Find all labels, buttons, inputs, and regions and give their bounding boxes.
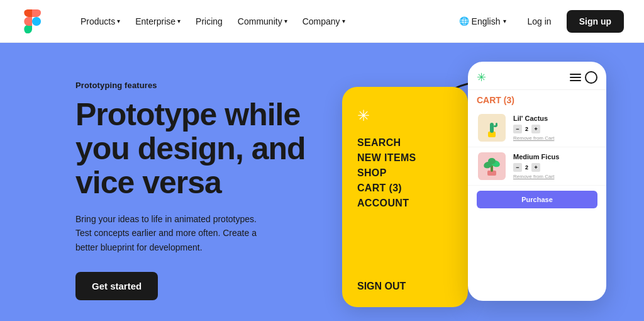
svg-rect-3 xyxy=(490,123,494,133)
cart-item-1-info: Lil' Cactus − 2 + Remove from Cart xyxy=(513,115,597,141)
cart-item-2-info: Medium Ficus − 2 + Remove from Cart xyxy=(513,153,597,179)
qty-plus-1[interactable]: + xyxy=(531,125,540,133)
nav-enterprise[interactable]: Enterprise ▾ xyxy=(129,13,187,30)
phone-menu: SEARCH NEW ITEMS SHOP CART (3) ACCOUNT xyxy=(357,137,453,209)
phone-header: ✳ xyxy=(468,62,606,90)
menu-new-items: NEW ITEMS xyxy=(357,152,453,164)
main-nav: Products ▾ Enterprise ▾ Pricing Communit… xyxy=(74,13,453,30)
qty-plus-2[interactable]: + xyxy=(531,163,540,172)
cart-item-1-qty: − 2 + xyxy=(513,125,597,133)
language-selector[interactable]: 🌐 English ▾ xyxy=(453,13,513,30)
hamburger-icon xyxy=(570,74,581,81)
enterprise-chevron-icon: ▾ xyxy=(177,18,180,25)
cactus-image xyxy=(477,113,507,143)
cart-item-1-name: Lil' Cactus xyxy=(513,115,597,122)
ficus-image xyxy=(477,151,507,181)
globe-icon: 🌐 xyxy=(459,16,469,26)
get-started-button[interactable]: Get started xyxy=(75,272,158,300)
cart-item-2-qty: − 2 + xyxy=(513,163,597,172)
remove-item-2[interactable]: Remove from Cart xyxy=(513,174,597,179)
nav-community[interactable]: Community ▾ xyxy=(231,13,294,30)
sign-out-label: SIGN OUT xyxy=(357,281,453,292)
circle-button[interactable] xyxy=(585,71,597,84)
cart-item-2: Medium Ficus − 2 + Remove from Cart xyxy=(468,147,606,186)
products-chevron-icon: ▾ xyxy=(117,18,120,25)
remove-item-1[interactable]: Remove from Cart xyxy=(513,135,597,141)
menu-shop: SHOP xyxy=(357,167,453,179)
menu-cart: CART (3) xyxy=(357,183,453,194)
header: Products ▾ Enterprise ▾ Pricing Communit… xyxy=(0,0,644,43)
phones-illustration: ✳ SEARCH NEW ITEMS SHOP CART (3) ACCOUNT… xyxy=(342,62,606,321)
green-star-icon: ✳ xyxy=(477,70,486,84)
hero-section: Prototyping features Prototype while you… xyxy=(0,43,644,321)
nav-company[interactable]: Company ▾ xyxy=(296,13,352,30)
menu-account: ACCOUNT xyxy=(357,198,453,209)
phone-front: ✳ CART (3) xyxy=(468,62,606,301)
svg-point-11 xyxy=(488,158,496,164)
signup-button[interactable]: Sign up xyxy=(567,10,624,33)
cart-item-1: Lil' Cactus − 2 + Remove from Cart xyxy=(468,109,606,147)
lang-chevron-icon: ▾ xyxy=(503,18,506,25)
nav-pricing[interactable]: Pricing xyxy=(189,13,229,30)
purchase-button[interactable]: Purchase xyxy=(477,191,597,208)
company-chevron-icon: ▾ xyxy=(342,18,345,25)
nav-products[interactable]: Products ▾ xyxy=(74,13,126,30)
qty-minus-2[interactable]: − xyxy=(513,163,522,172)
menu-search: SEARCH xyxy=(357,137,453,149)
cart-item-2-name: Medium Ficus xyxy=(513,153,597,160)
hero-description: Bring your ideas to life in animated pro… xyxy=(75,212,264,254)
hero-title: Prototype while you design, and vice ver… xyxy=(75,98,314,200)
cart-title: CART (3) xyxy=(468,90,606,109)
qty-minus-1[interactable]: − xyxy=(513,125,522,133)
header-right: 🌐 English ▾ Log in Sign up xyxy=(453,10,624,33)
logo[interactable] xyxy=(20,9,44,33)
phone-back: ✳ SEARCH NEW ITEMS SHOP CART (3) ACCOUNT… xyxy=(342,87,468,307)
hero-text: Prototyping features Prototype while you… xyxy=(75,68,314,300)
login-button[interactable]: Log in xyxy=(518,11,562,31)
hero-subtitle: Prototyping features xyxy=(75,81,314,90)
qty-value-2: 2 xyxy=(524,164,530,171)
svg-rect-5 xyxy=(496,123,497,127)
star-sparkle-icon: ✳ xyxy=(357,107,453,125)
qty-value-1: 2 xyxy=(524,126,530,132)
community-chevron-icon: ▾ xyxy=(284,18,287,25)
